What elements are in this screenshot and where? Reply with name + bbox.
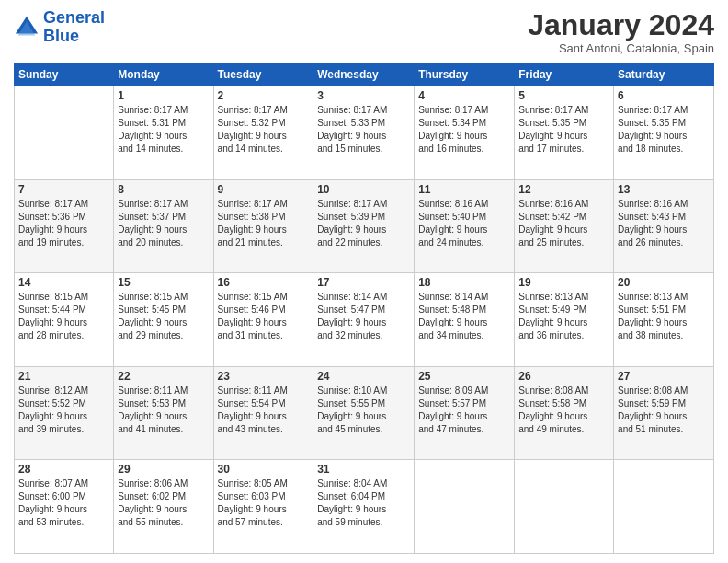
calendar-cell: 5Sunrise: 8:17 AM Sunset: 5:35 PM Daylig… — [515, 86, 614, 180]
day-number: 6 — [618, 89, 710, 102]
col-header-tuesday: Tuesday — [213, 63, 313, 86]
day-info: Sunrise: 8:07 AM Sunset: 6:00 PM Dayligh… — [18, 477, 109, 529]
calendar-cell: 29Sunrise: 8:06 AM Sunset: 6:02 PM Dayli… — [114, 460, 213, 554]
calendar-body: 1Sunrise: 8:17 AM Sunset: 5:31 PM Daylig… — [15, 86, 714, 554]
day-number: 27 — [618, 370, 710, 383]
month-title: January 2024 — [528, 9, 714, 41]
calendar-cell — [15, 86, 114, 180]
calendar-cell: 17Sunrise: 8:14 AM Sunset: 5:47 PM Dayli… — [313, 273, 415, 367]
calendar-cell: 12Sunrise: 8:16 AM Sunset: 5:42 PM Dayli… — [515, 179, 614, 273]
day-number: 16 — [218, 276, 310, 289]
week-row-4: 21Sunrise: 8:12 AM Sunset: 5:52 PM Dayli… — [15, 366, 714, 460]
calendar-cell: 14Sunrise: 8:15 AM Sunset: 5:44 PM Dayli… — [15, 273, 114, 367]
calendar-cell: 19Sunrise: 8:13 AM Sunset: 5:49 PM Dayli… — [515, 273, 614, 367]
title-block: January 2024 Sant Antoni, Catalonia, Spa… — [528, 9, 714, 55]
day-info: Sunrise: 8:06 AM Sunset: 6:02 PM Dayligh… — [118, 477, 209, 529]
day-info: Sunrise: 8:16 AM Sunset: 5:40 PM Dayligh… — [418, 198, 510, 249]
day-number: 20 — [618, 276, 710, 289]
calendar-cell: 10Sunrise: 8:17 AM Sunset: 5:39 PM Dayli… — [313, 179, 415, 273]
day-number: 13 — [618, 183, 710, 196]
calendar-cell: 2Sunrise: 8:17 AM Sunset: 5:32 PM Daylig… — [213, 86, 313, 180]
day-number: 4 — [418, 89, 510, 102]
col-header-monday: Monday — [114, 63, 213, 86]
calendar-cell: 31Sunrise: 8:04 AM Sunset: 6:04 PM Dayli… — [313, 460, 415, 554]
calendar-cell: 25Sunrise: 8:09 AM Sunset: 5:57 PM Dayli… — [415, 366, 515, 460]
day-info: Sunrise: 8:08 AM Sunset: 5:58 PM Dayligh… — [518, 385, 609, 436]
col-header-thursday: Thursday — [415, 63, 515, 86]
calendar-header-row: SundayMondayTuesdayWednesdayThursdayFrid… — [15, 63, 714, 86]
day-info: Sunrise: 8:10 AM Sunset: 5:55 PM Dayligh… — [317, 385, 410, 436]
calendar-cell: 28Sunrise: 8:07 AM Sunset: 6:00 PM Dayli… — [15, 460, 114, 554]
day-info: Sunrise: 8:17 AM Sunset: 5:32 PM Dayligh… — [218, 104, 310, 155]
day-number: 3 — [317, 89, 410, 102]
day-number: 18 — [418, 276, 510, 289]
day-info: Sunrise: 8:17 AM Sunset: 5:33 PM Dayligh… — [317, 104, 410, 155]
day-info: Sunrise: 8:15 AM Sunset: 5:45 PM Dayligh… — [118, 291, 209, 342]
day-info: Sunrise: 8:08 AM Sunset: 5:59 PM Dayligh… — [618, 385, 710, 436]
calendar-cell: 15Sunrise: 8:15 AM Sunset: 5:45 PM Dayli… — [114, 273, 213, 367]
day-info: Sunrise: 8:17 AM Sunset: 5:38 PM Dayligh… — [218, 198, 310, 249]
calendar-cell: 13Sunrise: 8:16 AM Sunset: 5:43 PM Dayli… — [614, 179, 714, 273]
day-number: 1 — [118, 89, 209, 102]
day-number: 5 — [518, 89, 609, 102]
day-number: 7 — [18, 183, 109, 196]
week-row-3: 14Sunrise: 8:15 AM Sunset: 5:44 PM Dayli… — [15, 273, 714, 367]
day-info: Sunrise: 8:15 AM Sunset: 5:44 PM Dayligh… — [18, 291, 109, 342]
calendar-cell: 22Sunrise: 8:11 AM Sunset: 5:53 PM Dayli… — [114, 366, 213, 460]
day-number: 19 — [518, 276, 609, 289]
week-row-2: 7Sunrise: 8:17 AM Sunset: 5:36 PM Daylig… — [15, 179, 714, 273]
day-info: Sunrise: 8:11 AM Sunset: 5:54 PM Dayligh… — [218, 385, 310, 436]
day-info: Sunrise: 8:17 AM Sunset: 5:36 PM Dayligh… — [18, 198, 109, 249]
calendar-cell: 20Sunrise: 8:13 AM Sunset: 5:51 PM Dayli… — [614, 273, 714, 367]
calendar-cell — [415, 460, 515, 554]
col-header-saturday: Saturday — [614, 63, 714, 86]
day-number: 30 — [218, 463, 310, 476]
calendar-cell: 24Sunrise: 8:10 AM Sunset: 5:55 PM Dayli… — [313, 366, 415, 460]
day-number: 31 — [317, 463, 410, 476]
calendar-table: SundayMondayTuesdayWednesdayThursdayFrid… — [14, 63, 714, 554]
day-number: 17 — [317, 276, 410, 289]
day-number: 8 — [118, 183, 209, 196]
calendar-cell: 21Sunrise: 8:12 AM Sunset: 5:52 PM Dayli… — [15, 366, 114, 460]
day-info: Sunrise: 8:17 AM Sunset: 5:37 PM Dayligh… — [118, 198, 209, 249]
day-number: 25 — [418, 370, 510, 383]
calendar-cell: 11Sunrise: 8:16 AM Sunset: 5:40 PM Dayli… — [415, 179, 515, 273]
calendar-cell — [515, 460, 614, 554]
day-number: 11 — [418, 183, 510, 196]
day-info: Sunrise: 8:15 AM Sunset: 5:46 PM Dayligh… — [218, 291, 310, 342]
calendar-cell: 9Sunrise: 8:17 AM Sunset: 5:38 PM Daylig… — [213, 179, 313, 273]
col-header-wednesday: Wednesday — [313, 63, 415, 86]
day-info: Sunrise: 8:14 AM Sunset: 5:47 PM Dayligh… — [317, 291, 410, 342]
day-number: 21 — [18, 370, 109, 383]
day-info: Sunrise: 8:09 AM Sunset: 5:57 PM Dayligh… — [418, 385, 510, 436]
day-info: Sunrise: 8:04 AM Sunset: 6:04 PM Dayligh… — [317, 477, 410, 529]
day-number: 24 — [317, 370, 410, 383]
calendar-cell — [614, 460, 714, 554]
logo: General Blue — [14, 9, 105, 46]
day-number: 22 — [118, 370, 209, 383]
day-number: 12 — [518, 183, 609, 196]
day-info: Sunrise: 8:17 AM Sunset: 5:34 PM Dayligh… — [418, 104, 510, 155]
day-info: Sunrise: 8:12 AM Sunset: 5:52 PM Dayligh… — [18, 385, 109, 436]
calendar-cell: 7Sunrise: 8:17 AM Sunset: 5:36 PM Daylig… — [15, 179, 114, 273]
col-header-friday: Friday — [515, 63, 614, 86]
calendar-cell: 26Sunrise: 8:08 AM Sunset: 5:58 PM Dayli… — [515, 366, 614, 460]
day-info: Sunrise: 8:13 AM Sunset: 5:51 PM Dayligh… — [618, 291, 710, 342]
calendar-cell: 8Sunrise: 8:17 AM Sunset: 5:37 PM Daylig… — [114, 179, 213, 273]
location: Sant Antoni, Catalonia, Spain — [528, 41, 714, 55]
calendar-cell: 23Sunrise: 8:11 AM Sunset: 5:54 PM Dayli… — [213, 366, 313, 460]
page: General Blue January 2024 Sant Antoni, C… — [0, 0, 728, 563]
day-number: 15 — [118, 276, 209, 289]
day-number: 9 — [218, 183, 310, 196]
day-info: Sunrise: 8:17 AM Sunset: 5:35 PM Dayligh… — [518, 104, 609, 155]
day-number: 29 — [118, 463, 209, 476]
day-number: 23 — [218, 370, 310, 383]
logo-icon — [14, 15, 40, 40]
day-number: 28 — [18, 463, 109, 476]
week-row-5: 28Sunrise: 8:07 AM Sunset: 6:00 PM Dayli… — [15, 460, 714, 554]
day-info: Sunrise: 8:17 AM Sunset: 5:35 PM Dayligh… — [618, 104, 710, 155]
week-row-1: 1Sunrise: 8:17 AM Sunset: 5:31 PM Daylig… — [15, 86, 714, 180]
day-info: Sunrise: 8:05 AM Sunset: 6:03 PM Dayligh… — [218, 477, 310, 529]
calendar-cell: 4Sunrise: 8:17 AM Sunset: 5:34 PM Daylig… — [415, 86, 515, 180]
day-info: Sunrise: 8:17 AM Sunset: 5:31 PM Dayligh… — [118, 104, 209, 155]
